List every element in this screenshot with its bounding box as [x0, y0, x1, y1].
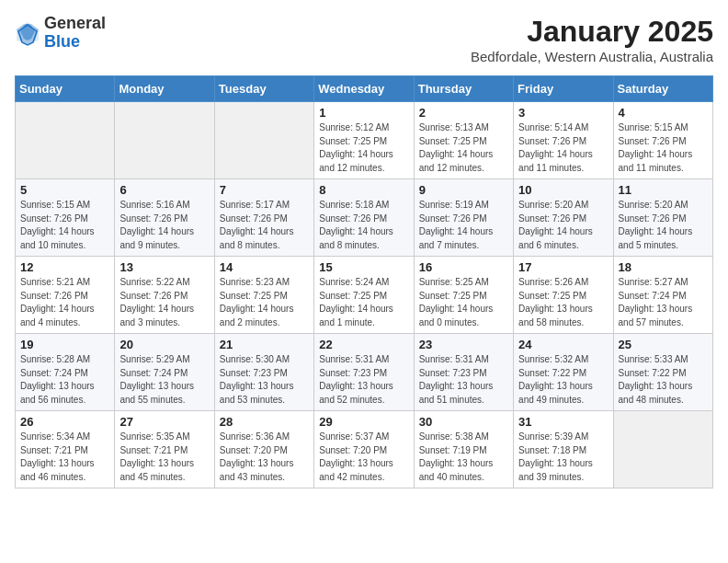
weekday-header-monday: Monday: [115, 76, 214, 102]
day-cell: 7Sunrise: 5:17 AM Sunset: 7:26 PM Daylig…: [214, 179, 313, 257]
day-cell: 13Sunrise: 5:22 AM Sunset: 7:26 PM Dayli…: [115, 257, 214, 334]
day-info: Sunrise: 5:24 AM Sunset: 7:25 PM Dayligh…: [319, 276, 408, 329]
day-cell: 21Sunrise: 5:30 AM Sunset: 7:23 PM Dayli…: [214, 334, 313, 411]
day-cell: 29Sunrise: 5:37 AM Sunset: 7:20 PM Dayli…: [314, 411, 414, 488]
day-cell: 28Sunrise: 5:36 AM Sunset: 7:20 PM Dayli…: [214, 411, 313, 488]
day-cell: [115, 102, 214, 179]
day-cell: 30Sunrise: 5:38 AM Sunset: 7:19 PM Dayli…: [414, 411, 513, 488]
day-cell: 23Sunrise: 5:31 AM Sunset: 7:23 PM Dayli…: [414, 334, 513, 411]
day-info: Sunrise: 5:28 AM Sunset: 7:24 PM Dayligh…: [20, 353, 109, 407]
day-cell: 20Sunrise: 5:29 AM Sunset: 7:24 PM Dayli…: [115, 334, 214, 411]
day-cell: 19Sunrise: 5:28 AM Sunset: 7:24 PM Dayli…: [16, 334, 115, 411]
day-cell: 27Sunrise: 5:35 AM Sunset: 7:21 PM Dayli…: [115, 411, 214, 488]
day-number: 13: [119, 260, 209, 274]
day-number: 30: [419, 415, 508, 429]
day-info: Sunrise: 5:23 AM Sunset: 7:25 PM Dayligh…: [220, 276, 309, 329]
day-info: Sunrise: 5:31 AM Sunset: 7:23 PM Dayligh…: [419, 353, 508, 407]
day-number: 14: [220, 260, 309, 274]
day-cell: [16, 102, 115, 179]
day-number: 5: [20, 183, 109, 197]
day-number: 7: [220, 183, 309, 197]
day-info: Sunrise: 5:12 AM Sunset: 7:25 PM Dayligh…: [319, 121, 408, 175]
weekday-header-saturday: Saturday: [613, 76, 712, 102]
weekday-header-friday: Friday: [514, 76, 613, 102]
day-number: 24: [518, 338, 608, 351]
week-row-3: 12Sunrise: 5:21 AM Sunset: 7:26 PM Dayli…: [16, 257, 713, 334]
day-info: Sunrise: 5:21 AM Sunset: 7:26 PM Dayligh…: [20, 276, 109, 329]
main-title: January 2025: [471, 15, 713, 49]
calendar-table: SundayMondayTuesdayWednesdayThursdayFrid…: [15, 75, 713, 488]
day-info: Sunrise: 5:17 AM Sunset: 7:26 PM Dayligh…: [220, 199, 309, 252]
day-info: Sunrise: 5:25 AM Sunset: 7:25 PM Dayligh…: [419, 276, 508, 329]
day-info: Sunrise: 5:26 AM Sunset: 7:25 PM Dayligh…: [518, 276, 608, 329]
weekday-header-tuesday: Tuesday: [214, 76, 313, 102]
day-info: Sunrise: 5:27 AM Sunset: 7:24 PM Dayligh…: [619, 276, 708, 329]
weekday-header-sunday: Sunday: [16, 76, 115, 102]
day-cell: 15Sunrise: 5:24 AM Sunset: 7:25 PM Dayli…: [314, 257, 414, 334]
day-number: 26: [20, 415, 109, 429]
day-info: Sunrise: 5:22 AM Sunset: 7:26 PM Dayligh…: [119, 276, 209, 329]
day-info: Sunrise: 5:38 AM Sunset: 7:19 PM Dayligh…: [419, 431, 508, 484]
day-number: 10: [518, 183, 608, 197]
subtitle: Bedfordale, Western Australia, Australia: [471, 49, 713, 64]
day-info: Sunrise: 5:19 AM Sunset: 7:26 PM Dayligh…: [419, 199, 508, 252]
week-row-4: 19Sunrise: 5:28 AM Sunset: 7:24 PM Dayli…: [16, 334, 713, 411]
day-number: 22: [319, 338, 408, 351]
day-number: 29: [319, 415, 408, 429]
day-info: Sunrise: 5:18 AM Sunset: 7:26 PM Dayligh…: [319, 199, 408, 252]
day-cell: 5Sunrise: 5:15 AM Sunset: 7:26 PM Daylig…: [16, 179, 115, 257]
day-cell: 14Sunrise: 5:23 AM Sunset: 7:25 PM Dayli…: [214, 257, 313, 334]
day-cell: 6Sunrise: 5:16 AM Sunset: 7:26 PM Daylig…: [115, 179, 214, 257]
day-info: Sunrise: 5:31 AM Sunset: 7:23 PM Dayligh…: [319, 353, 408, 407]
day-cell: 31Sunrise: 5:39 AM Sunset: 7:18 PM Dayli…: [514, 411, 613, 488]
day-number: 16: [419, 260, 508, 274]
day-cell: 3Sunrise: 5:14 AM Sunset: 7:26 PM Daylig…: [514, 102, 613, 179]
day-number: 31: [518, 415, 608, 429]
day-number: 18: [619, 260, 708, 274]
day-number: 4: [619, 106, 708, 120]
day-info: Sunrise: 5:29 AM Sunset: 7:24 PM Dayligh…: [119, 353, 209, 407]
day-cell: 18Sunrise: 5:27 AM Sunset: 7:24 PM Dayli…: [613, 257, 712, 334]
day-number: 9: [419, 183, 508, 197]
day-cell: 25Sunrise: 5:33 AM Sunset: 7:22 PM Dayli…: [613, 334, 712, 411]
weekday-header-row: SundayMondayTuesdayWednesdayThursdayFrid…: [16, 76, 713, 102]
day-info: Sunrise: 5:15 AM Sunset: 7:26 PM Dayligh…: [20, 199, 109, 252]
day-number: 17: [518, 260, 608, 274]
day-number: 8: [319, 183, 408, 197]
day-info: Sunrise: 5:39 AM Sunset: 7:18 PM Dayligh…: [518, 431, 608, 484]
day-number: 1: [319, 106, 408, 120]
week-row-5: 26Sunrise: 5:34 AM Sunset: 7:21 PM Dayli…: [16, 411, 713, 488]
day-info: Sunrise: 5:32 AM Sunset: 7:22 PM Dayligh…: [518, 353, 608, 407]
day-cell: 12Sunrise: 5:21 AM Sunset: 7:26 PM Dayli…: [16, 257, 115, 334]
day-number: 12: [20, 260, 109, 274]
week-row-1: 1Sunrise: 5:12 AM Sunset: 7:25 PM Daylig…: [16, 102, 713, 179]
day-info: Sunrise: 5:33 AM Sunset: 7:22 PM Dayligh…: [619, 353, 708, 407]
title-block: January 2025 Bedfordale, Western Austral…: [471, 15, 713, 64]
day-number: 2: [419, 106, 508, 120]
logo-icon: [15, 20, 40, 46]
day-info: Sunrise: 5:14 AM Sunset: 7:26 PM Dayligh…: [518, 121, 608, 175]
day-cell: 9Sunrise: 5:19 AM Sunset: 7:26 PM Daylig…: [414, 179, 513, 257]
day-number: 6: [119, 183, 209, 197]
day-cell: 2Sunrise: 5:13 AM Sunset: 7:25 PM Daylig…: [414, 102, 513, 179]
logo: General Blue: [15, 15, 106, 52]
weekday-header-wednesday: Wednesday: [314, 76, 414, 102]
day-number: 11: [619, 183, 708, 197]
logo-text: General Blue: [44, 15, 106, 52]
day-number: 19: [20, 338, 109, 351]
day-cell: 4Sunrise: 5:15 AM Sunset: 7:26 PM Daylig…: [613, 102, 712, 179]
day-number: 3: [518, 106, 608, 120]
day-cell: 1Sunrise: 5:12 AM Sunset: 7:25 PM Daylig…: [314, 102, 414, 179]
day-info: Sunrise: 5:35 AM Sunset: 7:21 PM Dayligh…: [119, 431, 209, 484]
day-cell: [214, 102, 313, 179]
day-info: Sunrise: 5:37 AM Sunset: 7:20 PM Dayligh…: [319, 431, 408, 484]
day-cell: 17Sunrise: 5:26 AM Sunset: 7:25 PM Dayli…: [514, 257, 613, 334]
day-info: Sunrise: 5:15 AM Sunset: 7:26 PM Dayligh…: [619, 121, 708, 175]
day-cell: 10Sunrise: 5:20 AM Sunset: 7:26 PM Dayli…: [514, 179, 613, 257]
page-header: General Blue January 2025 Bedfordale, We…: [15, 15, 713, 64]
day-number: 20: [119, 338, 209, 351]
day-info: Sunrise: 5:20 AM Sunset: 7:26 PM Dayligh…: [619, 199, 708, 252]
day-number: 15: [319, 260, 408, 274]
day-info: Sunrise: 5:20 AM Sunset: 7:26 PM Dayligh…: [518, 199, 608, 252]
day-info: Sunrise: 5:36 AM Sunset: 7:20 PM Dayligh…: [220, 431, 309, 484]
